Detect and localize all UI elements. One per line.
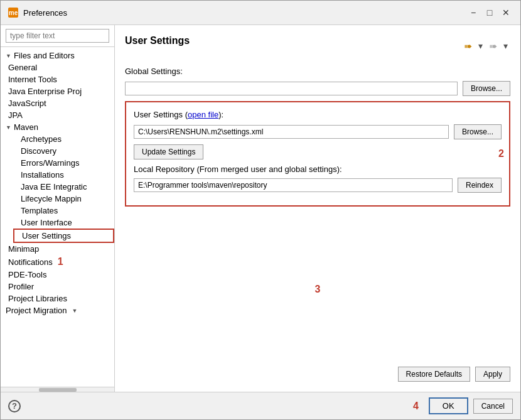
sidebar-item-label: General <box>8 63 37 72</box>
local-repo-section: Local Repository (From merged user and g… <box>134 164 502 193</box>
sidebar-item-label: Discovery <box>21 146 56 156</box>
main-header: User Settings ➠ ▾ ➠ ▾ <box>125 35 510 57</box>
sidebar-item-label: Java EE Integratic <box>21 182 87 191</box>
sidebar-item-label: User Interface <box>21 218 72 227</box>
sidebar-item-installations[interactable]: Installations <box>13 169 114 181</box>
sidebar: ▼ Files and Editors General Internet Too… <box>1 25 115 392</box>
maximize-button[interactable]: □ <box>483 6 497 19</box>
dialog-body: ▼ Files and Editors General Internet Too… <box>1 25 520 392</box>
sidebar-item-files-editors[interactable]: ▼ Files and Editors <box>1 50 114 62</box>
badge-4: 4 <box>413 401 419 412</box>
sidebar-item-lifecycle[interactable]: Lifecycle Mappin <box>13 193 114 205</box>
sidebar-item-label: Minimap <box>8 244 39 254</box>
sidebar-item-jpa[interactable]: JPA <box>1 109 114 121</box>
horizontal-scrollbar[interactable] <box>1 387 114 392</box>
sidebar-item-javascript[interactable]: JavaScript <box>1 97 114 109</box>
sidebar-item-minimap[interactable]: Minimap <box>1 243 114 255</box>
sidebar-item-label: User Settings <box>22 231 71 240</box>
expand-icon: ▼ <box>6 53 11 59</box>
global-settings-input-row: Browse... <box>125 81 510 96</box>
sidebar-item-label: Errors/Warnings <box>21 158 79 168</box>
sidebar-item-label: Installations <box>21 170 64 180</box>
sidebar-item-label: Maven <box>14 122 38 132</box>
sidebar-item-label: Archetypes <box>21 134 62 144</box>
title-bar: me Preferences − □ ✕ <box>1 1 520 25</box>
sidebar-item-errors-warnings[interactable]: Errors/Warnings <box>13 157 114 169</box>
sidebar-item-user-settings[interactable]: User Settings <box>13 229 114 243</box>
dialog-title: Preferences <box>23 8 67 18</box>
sidebar-item-pde-tools[interactable]: PDE-Tools <box>1 269 114 281</box>
update-settings-row: Update Settings <box>134 144 502 159</box>
notifications-badge: 1 <box>58 256 63 267</box>
window-controls: − □ ✕ <box>466 6 513 19</box>
back-button[interactable]: ➠ <box>461 39 475 53</box>
expand-icon: ▼ <box>6 124 11 131</box>
sidebar-item-archetypes[interactable]: Archetypes <box>13 133 114 145</box>
local-repo-label: Local Repository (From merged user and g… <box>134 164 502 174</box>
sidebar-item-label: JavaScript <box>8 99 46 108</box>
back-dropdown[interactable]: ▾ <box>476 40 485 52</box>
sidebar-item-maven[interactable]: ▼ Maven <box>1 121 114 133</box>
sidebar-item-label: PDE-Tools <box>8 270 46 279</box>
sidebar-item-java-enterprise[interactable]: Java Enterprise Proj <box>1 85 114 97</box>
forward-dropdown[interactable]: ▾ <box>501 40 510 52</box>
ok-button[interactable]: OK <box>429 397 468 414</box>
sidebar-item-label: Project Migration <box>6 306 67 315</box>
sidebar-item-java-ee[interactable]: Java EE Integratic <box>13 181 114 193</box>
user-settings-input[interactable] <box>134 125 449 139</box>
tree-area: ▼ Files and Editors General Internet Too… <box>1 47 114 387</box>
local-repo-input-row: Reindex <box>134 178 502 193</box>
user-settings-section: 2 User Settings (open file): Browse... U… <box>125 101 510 207</box>
bottom-bar: ? 4 OK Cancel <box>1 392 520 419</box>
browse-global-button[interactable]: Browse... <box>463 81 510 96</box>
sidebar-item-label: Files and Editors <box>14 51 75 60</box>
sidebar-item-notifications[interactable]: Notifications 1 <box>1 255 114 269</box>
apply-button[interactable]: Apply <box>475 367 510 382</box>
update-settings-button[interactable]: Update Settings <box>134 144 203 159</box>
help-button[interactable]: ? <box>8 400 21 412</box>
sidebar-item-label: JPA <box>8 110 23 120</box>
maven-children: Archetypes Discovery Errors/Warnings Ins… <box>1 133 114 243</box>
badge-3: 3 <box>315 284 321 295</box>
sidebar-item-user-interface[interactable]: User Interface <box>13 217 114 229</box>
minimize-button[interactable]: − <box>466 6 480 19</box>
sidebar-item-project-migration[interactable]: Project Migration ▼ <box>1 304 114 316</box>
user-settings-input-row: Browse... <box>134 124 502 139</box>
preferences-dialog: me Preferences − □ ✕ ▼ Files and Editors <box>0 0 521 420</box>
close-button[interactable]: ✕ <box>499 6 513 19</box>
open-file-link[interactable]: open file <box>188 110 218 119</box>
app-icon: me <box>8 8 18 18</box>
sidebar-item-templates[interactable]: Templates <box>13 205 114 217</box>
filter-input[interactable] <box>6 29 109 43</box>
sidebar-item-label: Lifecycle Mappin <box>21 194 82 203</box>
sidebar-item-label: Java Enterprise Proj <box>8 87 82 96</box>
local-repo-input[interactable] <box>134 178 453 192</box>
global-settings-input[interactable] <box>125 82 458 95</box>
title-bar-left: me Preferences <box>8 8 67 18</box>
global-settings-label: Global Settings: <box>125 67 183 76</box>
sidebar-item-label: Project Libraries <box>8 294 67 303</box>
region-3: 3 <box>125 217 510 362</box>
filter-box <box>1 25 114 47</box>
global-settings-row: Global Settings: <box>125 67 510 76</box>
reindex-button[interactable]: Reindex <box>458 178 502 193</box>
sidebar-item-label: Profiler <box>8 282 34 291</box>
user-settings-label-row: User Settings (open file): <box>134 110 502 119</box>
sidebar-item-label: Notifications <box>8 257 53 267</box>
sidebar-item-profiler[interactable]: Profiler <box>1 281 114 293</box>
sidebar-item-internet-tools[interactable]: Internet Tools <box>1 73 114 85</box>
sidebar-item-label: Internet Tools <box>8 75 57 84</box>
browse-user-button[interactable]: Browse... <box>454 124 502 139</box>
sidebar-item-project-libraries[interactable]: Project Libraries <box>1 293 114 304</box>
forward-button[interactable]: ➠ <box>486 39 500 53</box>
nav-arrows: ➠ ▾ ➠ ▾ <box>461 39 510 53</box>
sidebar-item-discovery[interactable]: Discovery <box>13 145 114 157</box>
restore-apply-row: Restore Defaults Apply <box>125 367 510 382</box>
cancel-button[interactable]: Cancel <box>473 399 513 414</box>
sidebar-item-label: Templates <box>21 206 58 215</box>
user-settings-label: User Settings (open file): <box>134 110 223 119</box>
expand-icon: ▼ <box>72 308 78 314</box>
sidebar-item-general[interactable]: General <box>1 62 114 73</box>
restore-defaults-button[interactable]: Restore Defaults <box>398 367 470 382</box>
page-title: User Settings <box>125 35 190 46</box>
